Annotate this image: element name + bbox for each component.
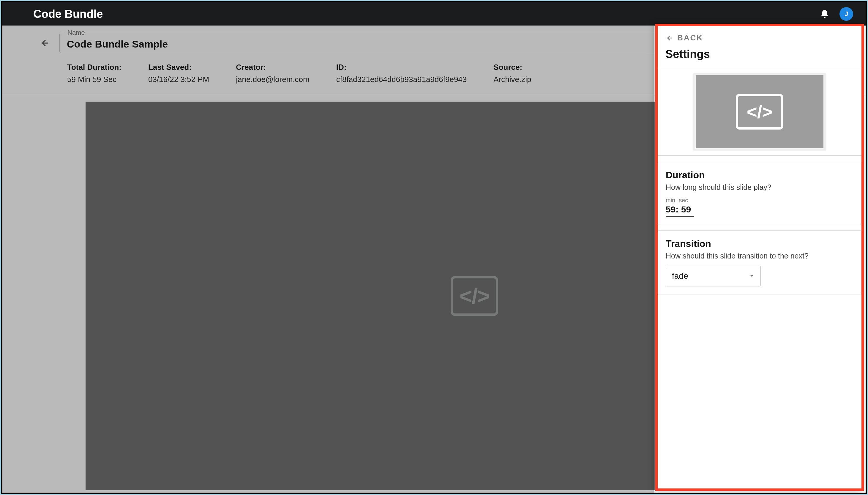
transition-selected-value: fade [672,271,688,281]
transition-desc: How should this slide transition to the … [666,252,853,260]
panel-back-button[interactable]: BACK [658,26,862,45]
app-bar: Code Bundle J [2,2,866,25]
duration-sec-label: sec [679,197,688,204]
slide-thumbnail-card: </> [658,68,862,156]
transition-select[interactable]: fade [666,266,761,286]
duration-title: Duration [666,170,853,181]
notifications-icon[interactable] [820,9,829,19]
duration-card: Duration How long should this slide play… [658,161,862,225]
duration-desc: How long should this slide play? [666,183,853,192]
chevron-down-icon [749,273,754,279]
arrow-left-icon [665,34,673,42]
duration-input[interactable]: 59: 59 [666,204,694,217]
panel-back-label: BACK [677,33,703,42]
app-title: Code Bundle [33,8,103,20]
transition-card: Transition How should this slide transit… [658,230,862,294]
code-icon: </> [736,94,783,130]
transition-title: Transition [666,238,853,249]
panel-title: Settings [658,45,862,68]
slide-thumbnail: </> [696,75,823,148]
avatar[interactable]: J [839,7,853,21]
settings-panel: BACK Settings </> Duration How long shou… [655,24,864,491]
duration-min-label: min [666,197,675,204]
modal-dim-overlay [2,26,654,493]
